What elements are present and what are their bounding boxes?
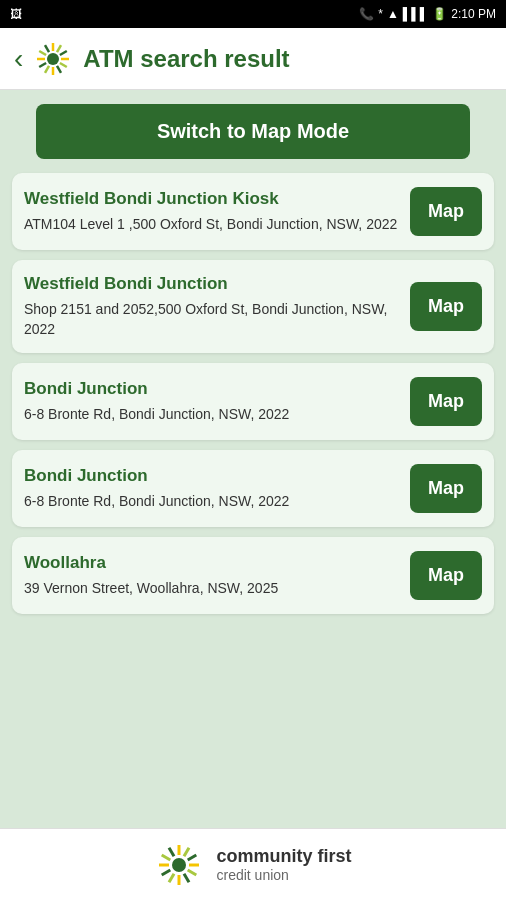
- signal-bars-icon: ▌▌▌: [403, 7, 429, 21]
- svg-line-15: [188, 855, 197, 860]
- svg-line-20: [169, 873, 174, 882]
- status-bar-right: 📞 * ▲ ▌▌▌ 🔋 2:10 PM: [359, 7, 496, 21]
- svg-line-11: [45, 45, 49, 52]
- atm-card: Bondi Junction6-8 Bronte Rd, Bondi Junct…: [12, 450, 494, 527]
- switch-to-map-button[interactable]: Switch to Map Mode: [36, 104, 470, 159]
- atm-address: ATM104 Level 1 ,500 Oxford St, Bondi Jun…: [24, 215, 400, 235]
- page-title: ATM search result: [83, 45, 289, 73]
- svg-line-14: [184, 847, 189, 856]
- main-content: Switch to Map Mode Westfield Bondi Junct…: [0, 90, 506, 828]
- footer-brand-text: community first credit union: [216, 846, 351, 883]
- atm-card-info: Bondi Junction6-8 Bronte Rd, Bondi Junct…: [24, 379, 400, 425]
- atm-name: Westfield Bondi Junction: [24, 274, 400, 294]
- atm-address: Shop 2151 and 2052,500 Oxford St, Bondi …: [24, 300, 400, 339]
- atm-address: 6-8 Bronte Rd, Bondi Junction, NSW, 2022: [24, 492, 400, 512]
- atm-card-info: Westfield Bondi JunctionShop 2151 and 20…: [24, 274, 400, 339]
- status-bar-left: 🖼: [10, 7, 22, 21]
- brand-sub: credit union: [216, 867, 351, 883]
- svg-line-7: [45, 65, 49, 72]
- atm-name: Bondi Junction: [24, 379, 400, 399]
- svg-line-2: [60, 51, 67, 55]
- svg-line-10: [40, 51, 47, 55]
- svg-line-23: [162, 855, 171, 860]
- atm-card-info: Westfield Bondi Junction KioskATM104 Lev…: [24, 189, 400, 235]
- battery-icon: 🔋: [432, 7, 447, 21]
- svg-line-1: [57, 45, 61, 52]
- atm-address: 6-8 Bronte Rd, Bondi Junction, NSW, 2022: [24, 405, 400, 425]
- screen-icon: 🖼: [10, 7, 22, 21]
- footer: community first credit union: [0, 828, 506, 900]
- brand-name: community first: [216, 846, 351, 867]
- svg-line-17: [188, 870, 197, 875]
- atm-card-info: Woollahra39 Vernon Street, Woollahra, NS…: [24, 553, 400, 599]
- atm-card-info: Bondi Junction6-8 Bronte Rd, Bondi Junct…: [24, 466, 400, 512]
- atm-card: Westfield Bondi JunctionShop 2151 and 20…: [12, 260, 494, 353]
- bluetooth-icon: *: [378, 7, 383, 21]
- atm-address: 39 Vernon Street, Woollahra, NSW, 2025: [24, 579, 400, 599]
- atm-map-button[interactable]: Map: [410, 187, 482, 236]
- svg-line-24: [169, 847, 174, 856]
- atm-card: Westfield Bondi Junction KioskATM104 Lev…: [12, 173, 494, 250]
- atm-map-button[interactable]: Map: [410, 377, 482, 426]
- app-logo: [33, 39, 73, 79]
- atm-map-button[interactable]: Map: [410, 282, 482, 331]
- header: ‹ ATM search result: [0, 28, 506, 90]
- footer-logo: [154, 840, 204, 890]
- atm-name: Bondi Junction: [24, 466, 400, 486]
- time-display: 2:10 PM: [451, 7, 496, 21]
- atm-card: Bondi Junction6-8 Bronte Rd, Bondi Junct…: [12, 363, 494, 440]
- atm-map-button[interactable]: Map: [410, 551, 482, 600]
- svg-line-8: [40, 63, 47, 67]
- call-icon: 📞: [359, 7, 374, 21]
- svg-line-21: [162, 870, 171, 875]
- svg-point-12: [47, 53, 59, 65]
- atm-name: Woollahra: [24, 553, 400, 573]
- svg-line-18: [184, 873, 189, 882]
- back-arrow[interactable]: ‹: [14, 43, 23, 75]
- wifi-icon: ▲: [387, 7, 399, 21]
- svg-line-5: [57, 65, 61, 72]
- atm-card: Woollahra39 Vernon Street, Woollahra, NS…: [12, 537, 494, 614]
- svg-line-4: [60, 63, 67, 67]
- atm-map-button[interactable]: Map: [410, 464, 482, 513]
- status-bar: 🖼 📞 * ▲ ▌▌▌ 🔋 2:10 PM: [0, 0, 506, 28]
- atm-name: Westfield Bondi Junction Kiosk: [24, 189, 400, 209]
- svg-point-25: [172, 858, 186, 872]
